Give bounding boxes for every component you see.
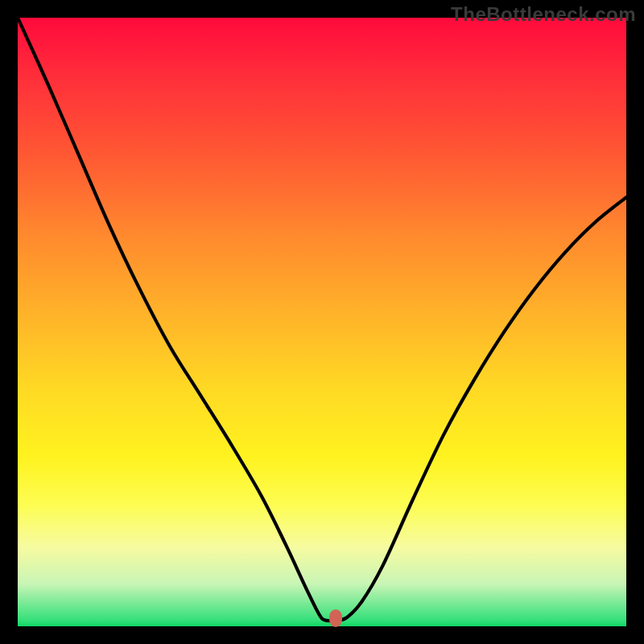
bottleneck-curve-path <box>18 18 626 621</box>
curve-svg <box>18 18 626 626</box>
optimal-point-dot <box>329 609 342 627</box>
plot-area <box>18 18 626 626</box>
watermark-text: TheBottleneck.com <box>451 3 636 26</box>
chart-frame: TheBottleneck.com <box>0 0 644 644</box>
